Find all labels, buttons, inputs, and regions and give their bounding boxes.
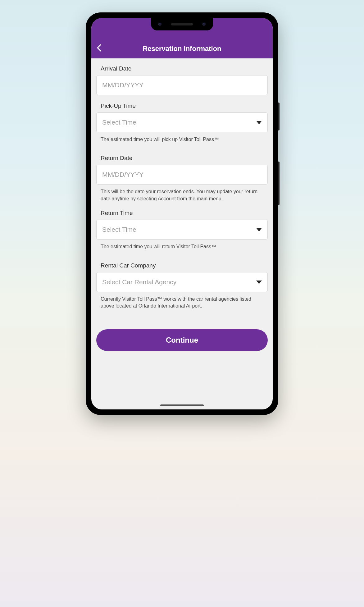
return-time-label: Return Time — [96, 210, 268, 217]
return-time-group: Return Time Select Time The estimated ti… — [96, 210, 268, 250]
chevron-down-icon — [256, 119, 262, 126]
rental-company-placeholder: Select Car Rental Agency — [102, 278, 176, 286]
return-date-input[interactable] — [96, 165, 268, 185]
phone-side-button — [278, 162, 280, 205]
arrival-date-input[interactable] — [96, 75, 268, 95]
pickup-time-group: Pick-Up Time Select Time The estimated t… — [96, 103, 268, 143]
screen: Reservation Information Arrival Date Pic… — [91, 18, 273, 409]
arrival-date-label: Arrival Date — [96, 65, 268, 72]
rental-company-group: Rental Car Company Select Car Rental Age… — [96, 262, 268, 310]
pickup-time-select[interactable]: Select Time — [96, 112, 268, 132]
chevron-left-icon — [97, 44, 101, 52]
return-time-helper: The estimated time you will return Visit… — [96, 240, 268, 250]
pickup-time-label: Pick-Up Time — [96, 103, 268, 109]
rental-company-select[interactable]: Select Car Rental Agency — [96, 272, 268, 292]
return-date-helper: This will be the date your reservation e… — [96, 185, 268, 202]
form-content: Arrival Date Pick-Up Time Select Time Th… — [91, 58, 273, 357]
rental-company-helper: Currently Visitor Toll Pass™ works with … — [96, 292, 268, 310]
back-button[interactable] — [97, 44, 101, 53]
svg-marker-2 — [256, 281, 262, 284]
arrival-date-group: Arrival Date — [96, 65, 268, 95]
return-date-label: Return Date — [96, 155, 268, 162]
chevron-down-icon — [256, 226, 262, 233]
return-date-group: Return Date This will be the date your r… — [96, 155, 268, 202]
return-time-placeholder: Select Time — [102, 226, 136, 233]
svg-marker-0 — [256, 121, 262, 124]
svg-marker-1 — [256, 228, 262, 231]
phone-frame: Reservation Information Arrival Date Pic… — [86, 12, 278, 415]
phone-side-button — [278, 103, 280, 130]
pickup-time-placeholder: Select Time — [102, 119, 136, 126]
continue-button[interactable]: Continue — [96, 329, 268, 351]
home-indicator[interactable] — [160, 404, 204, 406]
rental-company-label: Rental Car Company — [96, 262, 268, 269]
return-time-select[interactable]: Select Time — [96, 220, 268, 240]
chevron-down-icon — [256, 278, 262, 286]
speaker-icon — [171, 23, 193, 25]
camera-icon — [202, 23, 206, 26]
pickup-time-helper: The estimated time you will pick up Visi… — [96, 132, 268, 143]
page-title: Reservation Information — [97, 45, 267, 53]
phone-notch — [151, 18, 213, 30]
camera-icon — [158, 23, 162, 26]
